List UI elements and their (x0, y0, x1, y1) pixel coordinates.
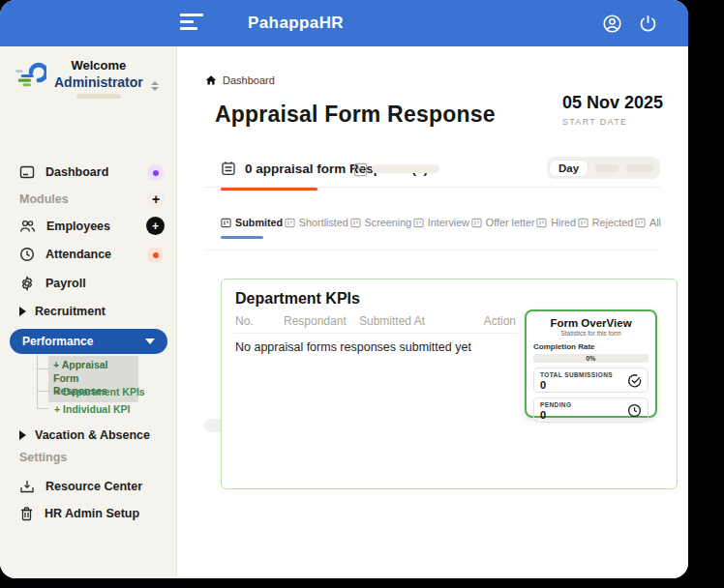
completion-rate-value: 0% (533, 355, 649, 362)
sidebar-item-payroll[interactable]: Payroll (19, 276, 86, 291)
sidebar-section-settings: Settings (19, 451, 67, 464)
tab-shortlisted[interactable]: Shortlisted (285, 217, 348, 228)
tab-rejected[interactable]: Rejected (578, 217, 634, 228)
sidebar-item-label: HR Admin Setup (45, 507, 139, 520)
divider (205, 187, 660, 188)
tab-all[interactable]: All (635, 217, 661, 228)
dashboard-notification-badge (147, 164, 164, 181)
sidebar-item-label: Performance (22, 335, 93, 348)
modules-add-button[interactable]: + (147, 191, 165, 208)
pending-stat: PENDING 0 (533, 397, 649, 423)
skeleton-loader (595, 164, 618, 172)
overview-title: Form OverView (533, 317, 649, 329)
employees-add-button[interactable]: + (146, 217, 165, 235)
active-tab-underline (221, 188, 317, 191)
sidebar-item-vacation-absence[interactable]: Vacation & Absence (19, 428, 150, 442)
sidebar-item-label: Dashboard (45, 165, 108, 179)
tab-label: Shortlisted (299, 217, 348, 228)
column-no: No. (235, 314, 284, 328)
completion-rate-label: Completion Rate (533, 342, 649, 351)
start-date-label: START DATE (562, 117, 663, 127)
breadcrumb[interactable]: Dashboard (205, 74, 275, 86)
skeleton-loader (372, 164, 439, 173)
user-name: Administrator (54, 74, 143, 90)
logout-power-icon[interactable] (638, 14, 658, 34)
attendance-notification-badge (147, 247, 164, 263)
sidebar-item-employees[interactable]: Employees (19, 219, 110, 234)
tab-label: Interview (428, 217, 469, 228)
start-date-value: 05 Nov 2025 (562, 93, 663, 113)
kanban-icon (536, 218, 547, 228)
dashboard-icon (19, 164, 35, 180)
sidebar-item-attendance[interactable]: Attendance (19, 247, 111, 262)
appraisal-list-icon (221, 161, 236, 176)
tab-label: Hired (551, 217, 576, 228)
column-submitted-at: Submitted At (359, 314, 475, 328)
clock-icon (627, 403, 642, 418)
skeleton-loader (626, 164, 653, 172)
user-profile-icon[interactable] (602, 14, 622, 34)
user-switch-caret-icon[interactable] (151, 81, 159, 91)
divider (205, 250, 660, 250)
sidebar-item-dashboard[interactable]: Dashboard (19, 164, 108, 180)
table-header-row: No. Respondant Submitted At Action (235, 314, 516, 328)
card-title: Department KPIs (235, 290, 360, 308)
tab-hired[interactable]: Hired (536, 217, 576, 228)
kanban-icon (285, 218, 295, 228)
welcome-underline (76, 94, 121, 99)
column-respondant: Respondant (284, 314, 359, 328)
tab-submitted[interactable]: Submited (221, 217, 283, 228)
kanban-icon (413, 218, 424, 228)
tab-interview[interactable]: Interview (413, 217, 469, 228)
tree-connector (37, 368, 48, 369)
department-kpis-card: Department KPIs No. Respondant Submitted… (221, 279, 678, 489)
tab-label: Offer letter (486, 217, 535, 228)
tab-label: Submited (235, 217, 283, 228)
sidebar-item-label: Recruitment (35, 305, 106, 318)
status-tabs: Submited Shortlisted Screening Interview… (221, 217, 661, 228)
check-circle-icon (627, 373, 642, 388)
submenu-tree-line (37, 354, 38, 409)
chart-loading-icon (353, 162, 368, 177)
tab-active-underline (221, 236, 263, 239)
column-action: Action (484, 314, 516, 328)
tab-screening[interactable]: Screening (350, 217, 412, 228)
tab-label: Rejected (592, 217, 634, 228)
company-logo (14, 58, 46, 87)
tab-label: All (649, 217, 661, 228)
stats-row: 0 appraisal form Response(s) Day (178, 153, 688, 188)
sidebar-item-label: Employees (46, 220, 110, 233)
kanban-icon (221, 218, 231, 228)
tree-connector (37, 408, 48, 409)
attendance-clock-icon (19, 247, 35, 262)
app-window: PahappaHR Welcome Administrator (0, 0, 688, 578)
sidebar-section-modules: Modules (19, 192, 69, 206)
kanban-icon (578, 218, 588, 228)
payroll-gear-icon (19, 276, 35, 291)
sidebar-item-label: Vacation & Absence (35, 428, 150, 442)
breadcrumb-label: Dashboard (223, 74, 275, 86)
app-header: PahappaHR (0, 0, 688, 46)
overview-subtitle: Statistics for this form (533, 330, 649, 337)
resource-download-icon (19, 479, 35, 494)
main-content: Dashboard Appraisal Form Response 05 Nov… (178, 46, 688, 578)
sidebar-item-performance[interactable]: Performance (10, 329, 167, 354)
total-submissions-stat: TOTAL SUBMISSIONS 0 (533, 368, 649, 393)
sidebar-item-hr-admin-setup[interactable]: HR Admin Setup (19, 506, 139, 521)
menu-toggle-icon[interactable] (180, 14, 205, 33)
user-welcome-block[interactable]: Welcome Administrator (14, 58, 143, 99)
sidebar: Welcome Administrator Dashboard Modules … (0, 46, 177, 578)
sidebar-item-recruitment[interactable]: Recruitment (19, 305, 106, 318)
tab-offer-letter[interactable]: Offer letter (471, 217, 535, 228)
start-date-block: 05 Nov 2025 START DATE (562, 93, 663, 127)
kanban-icon (471, 218, 482, 228)
period-day-button[interactable]: Day (550, 161, 588, 176)
completion-progress-bar: 0% (533, 354, 649, 363)
submenu-individual-kpi[interactable]: + Individual KPI (54, 403, 130, 415)
sidebar-item-label: Payroll (45, 277, 86, 290)
employees-icon (19, 219, 36, 234)
chevron-down-icon (145, 338, 155, 344)
divider (233, 333, 518, 334)
submenu-department-kpis[interactable]: + Department KPIs (54, 386, 145, 397)
sidebar-item-resource-center[interactable]: Resource Center (19, 479, 142, 494)
